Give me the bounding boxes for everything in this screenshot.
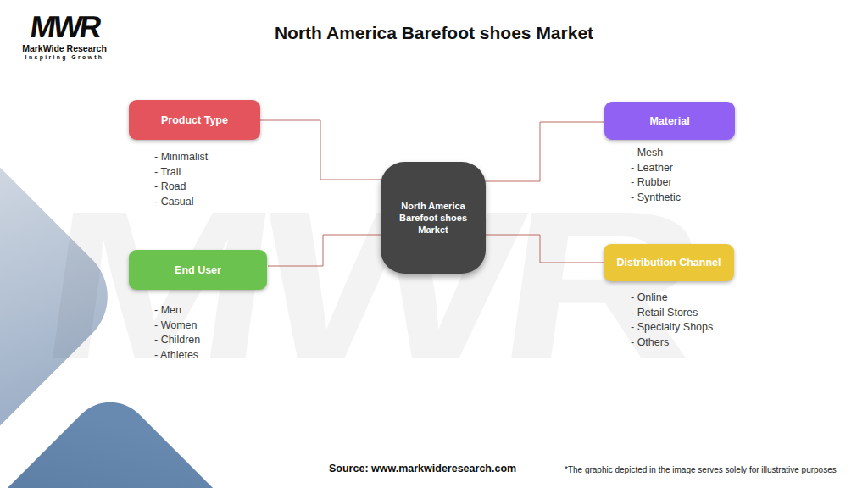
page-title: North America Barefoot shoes Market [0, 23, 868, 43]
central-node-line: North America [401, 200, 465, 212]
list-item: Rubber [631, 175, 681, 191]
disclaimer-text: *The graphic depicted in the image serve… [565, 465, 837, 474]
list-item: Trail [154, 165, 208, 180]
category-box-product-type: Product Type [129, 100, 260, 140]
category-box-distribution-channel: Distribution Channel [604, 244, 734, 281]
category-box-end-user: End User [129, 250, 267, 290]
list-item: Minimalist [154, 150, 208, 165]
list-item: Synthetic [631, 191, 681, 206]
list-item: Men [154, 303, 200, 319]
list-item: Online [631, 291, 713, 306]
category-label: Product Type [161, 114, 228, 126]
source-text: Source: www.markwideresearch.com [329, 463, 516, 474]
central-node-line: Market [418, 224, 448, 236]
category-label: End User [175, 264, 221, 276]
category-label: Distribution Channel [617, 257, 721, 269]
central-market-node: North America Barefoot shoes Market [381, 162, 486, 274]
category-box-material: Material [604, 102, 735, 140]
logo-name: MarkWide Research [15, 43, 114, 53]
list-item: Road [154, 180, 208, 195]
list-item: Children [154, 333, 200, 348]
list-item: Retail Stores [631, 306, 713, 321]
product-type-items: Minimalist Trail Road Casual [154, 150, 208, 209]
list-item: Athletes [154, 348, 200, 363]
list-item: Women [154, 319, 200, 334]
list-item: Mesh [631, 146, 681, 161]
category-label: Material [649, 115, 689, 127]
infographic-canvas: MWR MWR MarkWide Research Inspiring Grow… [0, 0, 868, 488]
list-item: Others [631, 336, 713, 351]
central-node-line: Barefoot shoes [399, 212, 467, 224]
logo-tagline: Inspiring Growth [15, 54, 114, 60]
list-item: Leather [631, 161, 681, 176]
material-items: Mesh Leather Rubber Synthetic [631, 146, 681, 205]
end-user-items: Men Women Children Athletes [154, 303, 200, 363]
distribution-channel-items: Online Retail Stores Specialty Shops Oth… [631, 291, 713, 350]
list-item: Casual [154, 195, 208, 210]
list-item: Specialty Shops [631, 320, 713, 336]
